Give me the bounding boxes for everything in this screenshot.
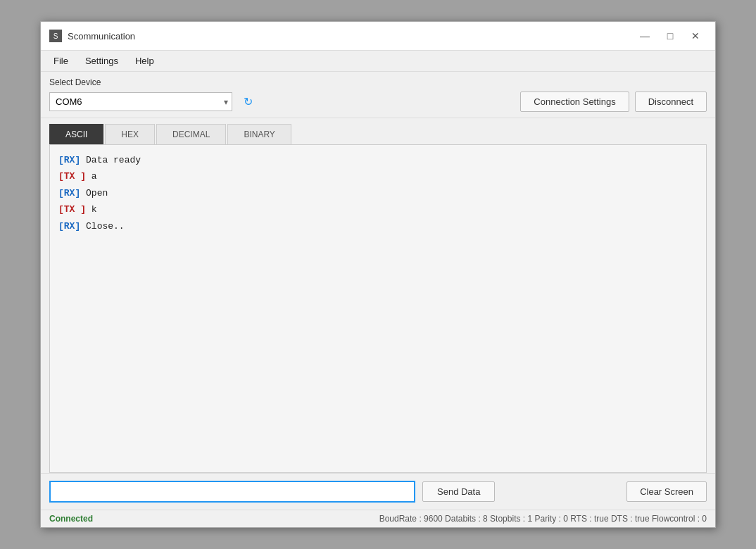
- minimize-button[interactable]: —: [634, 27, 656, 44]
- rx-tag-3: [RX]: [58, 221, 80, 232]
- clear-screen-button[interactable]: Clear Screen: [626, 481, 707, 502]
- log-content: [RX] Data ready [TX ] a [RX] Open [TX ] …: [49, 144, 707, 473]
- log-line-1: [RX] Data ready: [58, 152, 698, 168]
- log-line-3: [RX] Open: [58, 185, 698, 201]
- device-select-wrapper: COM6 ↻: [49, 92, 513, 112]
- tab-binary[interactable]: BINARY: [227, 124, 291, 144]
- status-bar: Connected BoudRate : 9600 Databits : 8 S…: [41, 510, 715, 527]
- menu-bar: File Settings Help: [41, 51, 715, 72]
- log-text-2: a: [92, 171, 97, 182]
- maximize-button[interactable]: □: [659, 27, 681, 44]
- log-line-2: [TX ] a: [58, 168, 698, 184]
- send-input[interactable]: [49, 481, 415, 503]
- rx-tag-1: [RX]: [58, 155, 80, 165]
- connection-info: BoudRate : 9600 Databits : 8 Stopbits : …: [379, 514, 707, 524]
- disconnect-button[interactable]: Disconnect: [635, 92, 707, 112]
- log-text-5: Close..: [86, 221, 125, 232]
- menu-settings[interactable]: Settings: [78, 53, 125, 68]
- main-window: S Scommunication — □ ✕ File Settings Hel…: [40, 21, 716, 528]
- send-data-button[interactable]: Send Data: [422, 481, 495, 502]
- app-icon: S: [49, 30, 62, 42]
- log-line-5: [RX] Close..: [58, 218, 698, 234]
- device-select-container: COM6: [49, 92, 232, 111]
- refresh-button[interactable]: ↻: [238, 92, 258, 112]
- toolbar-row: COM6 ↻ Connection Settings Disconnect: [49, 92, 707, 112]
- log-text-4: k: [92, 204, 97, 215]
- input-bar: Send Data Clear Screen: [41, 473, 715, 510]
- tab-decimal[interactable]: DECIMAL: [156, 124, 226, 144]
- log-text-1: Data ready: [86, 155, 141, 165]
- window-title: Scommunication: [68, 31, 634, 42]
- menu-file[interactable]: File: [46, 53, 75, 68]
- tab-hex[interactable]: HEX: [105, 124, 155, 144]
- tab-ascii[interactable]: ASCII: [49, 124, 103, 144]
- log-line-4: [TX ] k: [58, 201, 698, 217]
- connection-settings-button[interactable]: Connection Settings: [520, 92, 629, 112]
- log-text-3: Open: [86, 188, 108, 198]
- rx-tag-2: [RX]: [58, 188, 80, 198]
- tx-tag-1: [TX ]: [58, 171, 86, 182]
- connection-status: Connected: [49, 514, 93, 524]
- toolbar: Select Device COM6 ↻ Connection Settings…: [41, 72, 715, 118]
- title-bar: S Scommunication — □ ✕: [41, 22, 715, 51]
- device-select[interactable]: COM6: [49, 92, 232, 111]
- close-button[interactable]: ✕: [684, 27, 707, 44]
- tabs-bar: ASCII HEX DECIMAL BINARY: [41, 118, 715, 144]
- select-device-label: Select Device: [49, 77, 707, 87]
- tx-tag-2: [TX ]: [58, 204, 86, 215]
- menu-help[interactable]: Help: [128, 53, 161, 68]
- toolbar-right: Connection Settings Disconnect: [520, 92, 707, 112]
- title-bar-controls: — □ ✕: [634, 27, 707, 44]
